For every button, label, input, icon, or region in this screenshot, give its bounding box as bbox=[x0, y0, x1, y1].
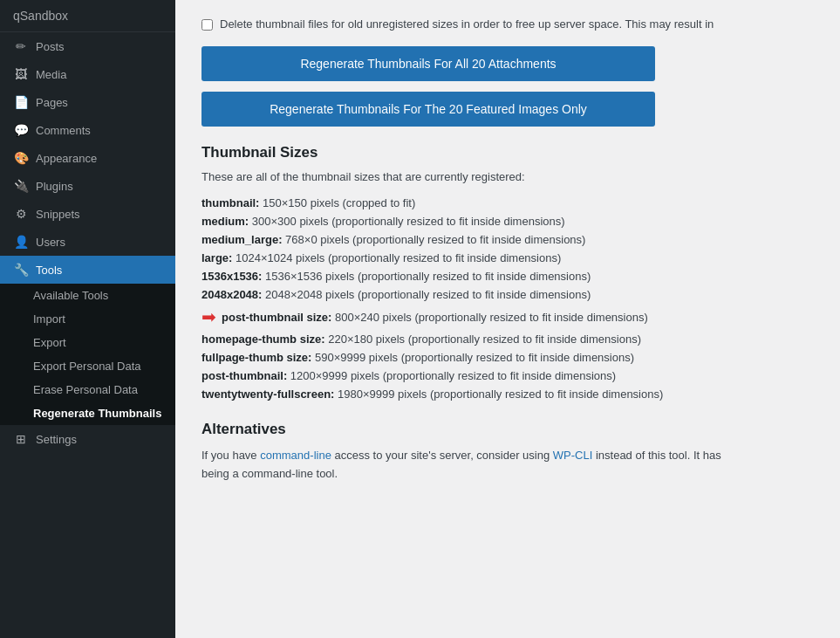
list-item: fullpage-thumb size: 590×9999 pixels (pr… bbox=[201, 348, 814, 367]
sidebar-item-label: Plugins bbox=[36, 180, 73, 193]
tools-submenu: Available Tools Import Export Export Per… bbox=[0, 284, 175, 425]
sidebar-item-snippets[interactable]: ⚙ Snippets bbox=[0, 200, 175, 228]
size-name: medium: bbox=[201, 215, 249, 228]
alt-text-before: If you have bbox=[201, 449, 260, 462]
alt-text-after: instead of this tool. It has bbox=[592, 449, 720, 462]
submenu-export-personal-data[interactable]: Export Personal Data bbox=[0, 354, 175, 378]
size-name: 2048x2048: bbox=[201, 288, 262, 301]
size-value: 220×180 pixels (proportionally resized t… bbox=[328, 333, 641, 346]
sidebar-item-appearance[interactable]: 🎨 Appearance bbox=[0, 144, 175, 172]
appearance-icon: 🎨 bbox=[13, 151, 29, 165]
size-name: thumbnail: bbox=[201, 196, 259, 209]
size-name: post-thumbnail: bbox=[201, 369, 287, 382]
sidebar-item-label: Pages bbox=[36, 96, 68, 109]
size-value: 1536×1536 pixels (proportionally resized… bbox=[265, 270, 591, 283]
size-name: medium_large: bbox=[201, 233, 282, 246]
wpcli-link[interactable]: WP-CLI bbox=[553, 449, 593, 462]
size-value: 1980×9999 pixels (proportionally resized… bbox=[338, 388, 663, 401]
plugins-icon: 🔌 bbox=[13, 179, 29, 193]
sidebar-item-label: Appearance bbox=[36, 152, 97, 165]
alternatives-heading: Alternatives bbox=[201, 421, 814, 438]
size-value: 590×9999 pixels (proportionally resized … bbox=[315, 351, 634, 364]
sidebar-item-label: Comments bbox=[36, 124, 91, 137]
sidebar-item-media[interactable]: 🖼 Media bbox=[0, 60, 175, 88]
size-value: 300×300 pixels (proportionally resized t… bbox=[252, 215, 565, 228]
list-item: homepage-thumb size: 220×180 pixels (pro… bbox=[201, 330, 814, 348]
submenu-regenerate-thumbnails[interactable]: Regenerate Thumbnails bbox=[0, 401, 175, 425]
size-value: 768×0 pixels (proportionally resized to … bbox=[285, 233, 585, 246]
sidebar-item-users[interactable]: 👤 Users bbox=[0, 228, 175, 256]
sidebar-item-plugins[interactable]: 🔌 Plugins bbox=[0, 172, 175, 200]
arrow-icon: ➡ bbox=[201, 306, 216, 327]
snippets-icon: ⚙ bbox=[13, 207, 29, 221]
size-value: 1200×9999 pixels (proportionally resized… bbox=[290, 369, 616, 382]
sidebar-item-pages[interactable]: 📄 Pages bbox=[0, 88, 175, 116]
sidebar-item-label: Media bbox=[36, 68, 66, 81]
settings-icon: ⊞ bbox=[13, 432, 29, 446]
thumbnail-sizes-heading: Thumbnail Sizes bbox=[201, 144, 814, 161]
list-item: 1536x1536: 1536×1536 pixels (proportiona… bbox=[201, 267, 814, 285]
size-name: 1536x1536: bbox=[201, 270, 262, 283]
pages-icon: 📄 bbox=[13, 95, 29, 109]
submenu-export[interactable]: Export bbox=[0, 331, 175, 354]
sidebar-item-label: Posts bbox=[36, 40, 65, 53]
regenerate-featured-button[interactable]: Regenerate Thumbnails For The 20 Feature… bbox=[201, 92, 655, 127]
sidebar-item-label: Snippets bbox=[36, 208, 80, 221]
delete-checkbox-label: Delete thumbnail files for old unregiste… bbox=[220, 17, 714, 31]
size-name: large: bbox=[201, 251, 232, 264]
sidebar-item-settings[interactable]: ⊞ Settings bbox=[0, 425, 175, 453]
size-name: fullpage-thumb size: bbox=[201, 351, 311, 364]
thumbnail-intro-text: These are all of the thumbnail sizes tha… bbox=[201, 170, 814, 183]
delete-checkbox-row: Delete thumbnail files for old unregiste… bbox=[201, 17, 814, 31]
alt-text-line2: being a command-line tool. bbox=[201, 467, 338, 480]
sidebar-item-label: Tools bbox=[36, 264, 62, 277]
size-value: 150×150 pixels (cropped to fit) bbox=[263, 196, 415, 209]
main-content: Delete thumbnail files for old unregiste… bbox=[175, 0, 840, 638]
submenu-erase-personal-data[interactable]: Erase Personal Data bbox=[0, 378, 175, 401]
size-value: post-thumbnail size: 800×240 pixels (pro… bbox=[222, 311, 648, 324]
posts-icon: ✏ bbox=[13, 39, 29, 53]
list-item: 2048x2048: 2048×2048 pixels (proportiona… bbox=[201, 285, 814, 304]
comments-icon: 💬 bbox=[13, 123, 29, 137]
size-name: homepage-thumb size: bbox=[201, 333, 325, 346]
media-icon: 🖼 bbox=[13, 67, 29, 81]
list-item: twentytwenty-fullscreen: 1980×9999 pixel… bbox=[201, 385, 814, 403]
size-name: twentytwenty-fullscreen: bbox=[201, 388, 334, 401]
alternatives-text: If you have command-line access to your … bbox=[201, 447, 814, 484]
command-line-link[interactable]: command-line bbox=[260, 449, 331, 462]
sidebar-item-label: Settings bbox=[36, 433, 77, 446]
sidebar-item-label: Users bbox=[36, 236, 65, 249]
sidebar: qSandbox ✏ Posts 🖼 Media 📄 Pages 💬 Comme… bbox=[0, 0, 175, 638]
sidebar-brand: qSandbox bbox=[0, 0, 175, 32]
users-icon: 👤 bbox=[13, 235, 29, 249]
sidebar-item-posts[interactable]: ✏ Posts bbox=[0, 32, 175, 60]
alt-text-middle: access to your site's server, consider u… bbox=[331, 449, 553, 462]
list-item: medium: 300×300 pixels (proportionally r… bbox=[201, 212, 814, 230]
list-item: thumbnail: 150×150 pixels (cropped to fi… bbox=[201, 194, 814, 212]
regenerate-all-button[interactable]: Regenerate Thumbnails For All 20 Attachm… bbox=[201, 46, 655, 81]
sidebar-item-tools[interactable]: 🔧 Tools bbox=[0, 256, 175, 284]
list-item: large: 1024×1024 pixels (proportionally … bbox=[201, 249, 814, 267]
list-item-highlighted: ➡ post-thumbnail size: 800×240 pixels (p… bbox=[201, 304, 814, 330]
delete-thumbnails-checkbox[interactable] bbox=[201, 19, 213, 31]
size-value: 1024×1024 pixels (proportionally resized… bbox=[236, 251, 561, 264]
size-value: 2048×2048 pixels (proportionally resized… bbox=[265, 288, 591, 301]
submenu-import[interactable]: Import bbox=[0, 307, 175, 331]
tools-icon: 🔧 bbox=[13, 263, 29, 277]
size-name: post-thumbnail size: bbox=[222, 311, 331, 324]
submenu-available-tools[interactable]: Available Tools bbox=[0, 284, 175, 307]
list-item: medium_large: 768×0 pixels (proportional… bbox=[201, 230, 814, 249]
sidebar-item-comments[interactable]: 💬 Comments bbox=[0, 116, 175, 144]
thumbnail-sizes-list: thumbnail: 150×150 pixels (cropped to fi… bbox=[201, 194, 814, 403]
list-item: post-thumbnail: 1200×9999 pixels (propor… bbox=[201, 367, 814, 385]
